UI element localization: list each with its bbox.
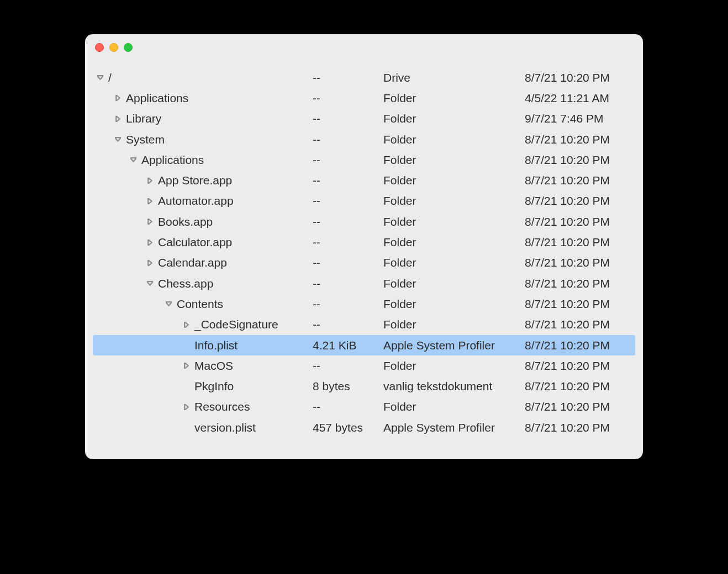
date-cell: 8/7/21 10:20 PM [525,153,635,167]
size-cell: -- [313,153,383,167]
name-cell[interactable]: Chess.app [93,277,313,290]
file-manager-window: /--Drive8/7/21 10:20 PMApplications--Fol… [85,34,643,459]
chevron-down-icon[interactable] [145,279,155,289]
kind-cell: Folder [383,174,525,187]
name-cell[interactable]: Resources [93,400,313,413]
chevron-right-icon[interactable] [181,402,191,412]
chevron-right-icon[interactable] [145,217,155,227]
tree-row[interactable]: Applications--Folder8/7/21 10:20 PM [93,150,635,170]
chevron-right-icon[interactable] [145,237,155,247]
tree-row[interactable]: Calculator.app--Folder8/7/21 10:20 PM [93,232,635,252]
size-cell: 457 bytes [313,421,383,434]
chevron-right-icon[interactable] [181,361,191,371]
tree-row[interactable]: Calendar.app--Folder8/7/21 10:20 PM [93,253,635,273]
file-tree[interactable]: /--Drive8/7/21 10:20 PMApplications--Fol… [85,61,643,445]
name-cell[interactable]: App Store.app [93,174,313,187]
tree-row[interactable]: version.plist457 bytesApple System Profi… [93,417,635,438]
kind-cell: Folder [383,236,525,249]
kind-cell: Folder [383,194,525,208]
name-cell[interactable]: Automator.app [93,194,313,208]
chevron-right-icon[interactable] [145,176,155,185]
item-name: Chess.app [158,277,213,290]
tree-row[interactable]: _CodeSignature--Folder8/7/21 10:20 PM [93,315,635,335]
item-name: Info.plist [194,339,238,352]
item-name: Automator.app [158,194,234,208]
chevron-down-icon[interactable] [163,299,173,309]
size-cell: -- [313,256,383,269]
date-cell: 8/7/21 10:20 PM [525,194,635,208]
titlebar[interactable] [85,34,643,61]
chevron-down-icon[interactable] [113,135,123,145]
name-cell[interactable]: _CodeSignature [93,318,313,331]
chevron-right-icon[interactable] [181,320,191,329]
item-name: Library [126,112,161,125]
item-name: MacOS [194,359,233,373]
date-cell: 8/7/21 10:20 PM [525,174,635,187]
size-cell: -- [313,359,383,373]
zoom-button[interactable] [124,43,133,52]
chevron-right-icon[interactable] [113,93,123,103]
date-cell: 8/7/21 10:20 PM [525,400,635,413]
date-cell: 4/5/22 11:21 AM [525,92,635,105]
name-cell[interactable]: Library [93,112,313,125]
tree-row[interactable]: Chess.app--Folder8/7/21 10:20 PM [93,273,635,294]
kind-cell: Drive [383,71,525,84]
name-cell[interactable]: MacOS [93,359,313,373]
item-name: / [108,71,112,84]
name-cell[interactable]: Applications [93,92,313,105]
date-cell: 8/7/21 10:20 PM [525,359,635,373]
tree-row[interactable]: /--Drive8/7/21 10:20 PM [93,67,635,88]
date-cell: 8/7/21 10:20 PM [525,339,635,352]
tree-row[interactable]: MacOS--Folder8/7/21 10:20 PM [93,355,635,376]
item-name: Resources [194,400,250,413]
date-cell: 8/7/21 10:20 PM [525,318,635,331]
name-cell[interactable]: version.plist [93,421,313,434]
item-name: version.plist [194,421,256,434]
size-cell: -- [313,112,383,125]
item-name: System [126,133,165,146]
name-cell[interactable]: Contents [93,297,313,311]
tree-row[interactable]: Contents--Folder8/7/21 10:20 PM [93,294,635,314]
item-name: Calculator.app [158,236,232,249]
name-cell[interactable]: Calculator.app [93,236,313,249]
tree-row[interactable]: Automator.app--Folder8/7/21 10:20 PM [93,191,635,211]
kind-cell: vanlig tekstdokument [383,380,525,393]
tree-row[interactable]: Books.app--Folder8/7/21 10:20 PM [93,211,635,232]
close-button[interactable] [95,43,104,52]
date-cell: 8/7/21 10:20 PM [525,256,635,269]
chevron-right-icon[interactable] [145,258,155,268]
name-cell[interactable]: Applications [93,153,313,167]
date-cell: 8/7/21 10:20 PM [525,421,635,434]
tree-row[interactable]: Applications--Folder4/5/22 11:21 AM [93,88,635,108]
item-name: Calendar.app [158,256,227,269]
date-cell: 9/7/21 7:46 PM [525,112,635,125]
kind-cell: Folder [383,153,525,167]
name-cell[interactable]: Books.app [93,215,313,228]
tree-row[interactable]: App Store.app--Folder8/7/21 10:20 PM [93,170,635,190]
chevron-down-icon[interactable] [95,73,105,83]
name-cell[interactable]: / [93,71,313,84]
item-name: Contents [177,297,223,311]
name-cell[interactable]: System [93,133,313,146]
tree-row[interactable]: Library--Folder9/7/21 7:46 PM [93,109,635,129]
name-cell[interactable]: PkgInfo [93,380,313,393]
kind-cell: Folder [383,112,525,125]
name-cell[interactable]: Info.plist [93,339,313,352]
date-cell: 8/7/21 10:20 PM [525,297,635,311]
name-cell[interactable]: Calendar.app [93,256,313,269]
date-cell: 8/7/21 10:20 PM [525,380,635,393]
minimize-button[interactable] [109,43,118,52]
kind-cell: Folder [383,297,525,311]
tree-row[interactable]: Resources--Folder8/7/21 10:20 PM [93,397,635,417]
tree-row[interactable]: System--Folder8/7/21 10:20 PM [93,129,635,150]
size-cell: -- [313,215,383,228]
date-cell: 8/7/21 10:20 PM [525,277,635,290]
tree-row[interactable]: Info.plist4.21 KiBApple System Profiler8… [93,335,635,355]
size-cell: -- [313,400,383,413]
chevron-right-icon[interactable] [113,114,123,124]
kind-cell: Folder [383,277,525,290]
tree-row[interactable]: PkgInfo8 bytesvanlig tekstdokument8/7/21… [93,376,635,396]
size-cell: -- [313,236,383,249]
chevron-down-icon[interactable] [128,155,138,165]
chevron-right-icon[interactable] [145,196,155,206]
